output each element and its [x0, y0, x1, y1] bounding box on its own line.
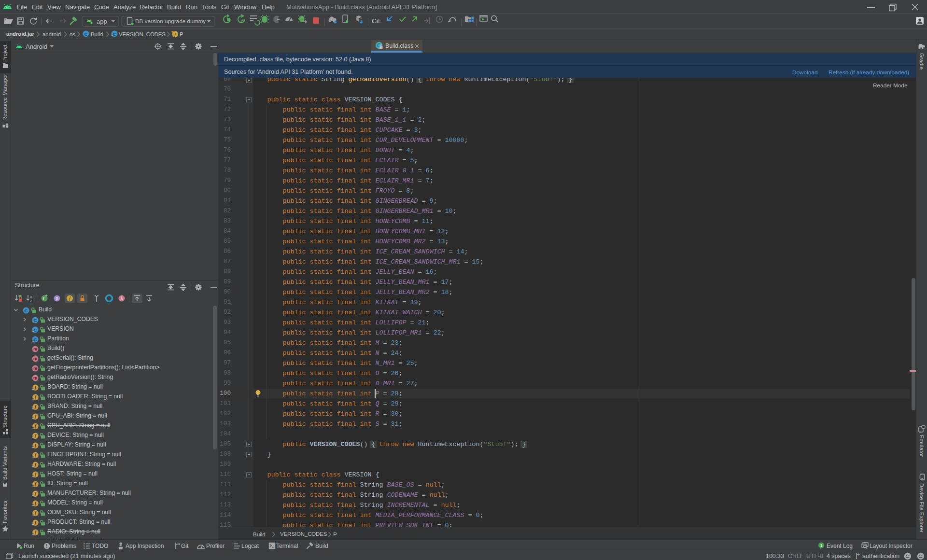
svg-text:C: C — [25, 308, 28, 313]
svg-text:C: C — [84, 31, 88, 37]
svg-text:1: 1 — [820, 543, 822, 548]
svg-text:λ: λ — [121, 296, 123, 301]
svg-text:app: app — [97, 18, 107, 25]
svg-text:A: A — [241, 18, 244, 23]
svg-text:DB version upgrade dummy: DB version upgrade dummy — [135, 18, 206, 25]
svg-text:p: p — [56, 296, 58, 302]
svg-text:m: m — [33, 347, 37, 351]
svg-text:m: m — [33, 376, 37, 380]
svg-text:I: I — [42, 296, 44, 301]
svg-text:m: m — [33, 356, 37, 361]
svg-text:m: m — [33, 366, 37, 371]
svg-text:z: z — [30, 298, 32, 303]
svg-text:Git:: Git: — [372, 17, 381, 25]
